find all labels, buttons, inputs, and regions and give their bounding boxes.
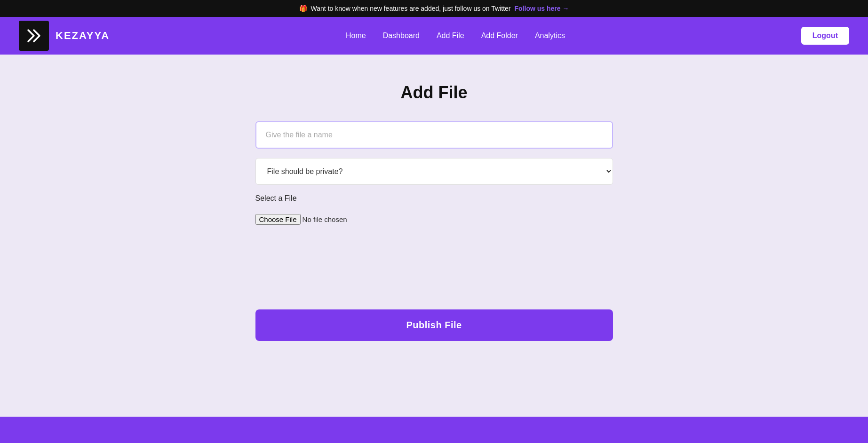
footer [0,417,868,443]
nav-home[interactable]: Home [346,32,366,40]
logo-icon [19,21,49,51]
file-input-wrapper [255,214,613,225]
main-content: Add File File should be private? Yes - P… [0,55,868,417]
nav-links: Home Dashboard Add File Add Folder Analy… [346,32,565,40]
announcement-text: Want to know when new features are added… [311,5,511,12]
form-container: File should be private? Yes - Private No… [255,121,613,341]
nav-dashboard[interactable]: Dashboard [383,32,420,40]
file-input[interactable] [255,214,389,225]
file-name-input[interactable] [255,121,613,149]
nav-add-file[interactable]: Add File [437,32,464,40]
logo-text: KEZAYYA [56,30,110,42]
logo-container: KEZAYYA [19,21,110,51]
nav-analytics[interactable]: Analytics [535,32,565,40]
navbar: KEZAYYA Home Dashboard Add File Add Fold… [0,17,868,55]
logout-button[interactable]: Logout [801,27,849,45]
page-title: Add File [401,83,468,103]
publish-button[interactable]: Publish File [255,309,613,341]
select-file-label: Select a File [255,194,613,203]
nav-add-folder[interactable]: Add Folder [481,32,518,40]
announcement-bar: 🎁 Want to know when new features are add… [0,0,868,17]
gift-icon: 🎁 [299,5,307,12]
privacy-select[interactable]: File should be private? Yes - Private No… [255,158,613,185]
follow-link[interactable]: Follow us here → [515,5,569,12]
